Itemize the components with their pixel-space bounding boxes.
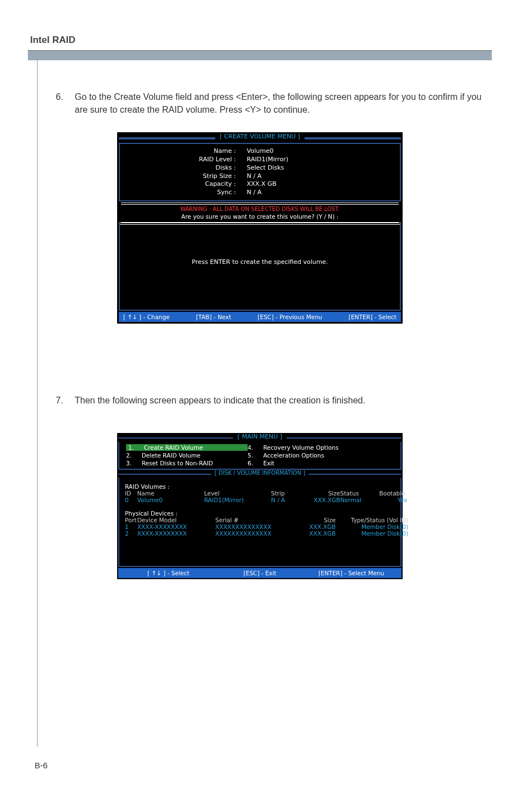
panel1-fields: Name : RAID Level : Disks : Strip Size :…: [119, 143, 401, 201]
main-menu-panel: [ MAIN MENU ] 1. Create RAID Volume 4. R…: [117, 433, 403, 579]
vol-header-row: ID Name Level Strip Size Status Bootable: [125, 490, 395, 497]
panel1-footer: [ ↑↓ ] - Change [TAB] - Next [ESC] - Pre…: [119, 312, 401, 322]
phys-row-1: 1 XXXX-XXXXXXXX XXXXXXXXXXXXXX XXX.XGB M…: [125, 523, 395, 530]
step-6: 6. Go to the Create Volume field and pre…: [56, 90, 491, 116]
menu-5-num[interactable]: 5.: [248, 452, 263, 459]
phys-hdr-model: Device Model: [137, 517, 215, 523]
page-title: Intel RAID: [30, 35, 75, 46]
phys-header-row: Port Device Model Serial # Size Type/Sta…: [125, 517, 395, 523]
menu-1-text[interactable]: Create RAID Volume: [142, 444, 248, 451]
create-volume-panel: [ CREATE VOLUME MENU ] Name : RAID Level…: [117, 132, 403, 324]
phys-1-port: 1: [125, 523, 137, 530]
vol-hdr-status: Status: [340, 490, 379, 497]
vol-data-row: 0 Volume0 RAID1(Mirror) N / A XXX.XGB No…: [125, 497, 395, 503]
step-6-text: Go to the Create Volume field and press …: [75, 90, 491, 116]
vol-hdr-id: ID: [125, 490, 137, 497]
vol-hdr-strip: Strip: [271, 490, 299, 497]
vol-hdr-size: Size: [299, 490, 340, 497]
phys-row-2: 2 XXXX-XXXXXXXX XXXXXXXXXXXXXX XXX.XGB M…: [125, 530, 395, 537]
footer2-select: [ ↑↓ ] - Select: [123, 570, 214, 576]
vol-boot: Yes: [379, 497, 407, 503]
panel1-warning-box: WARNING : ALL DATA ON SELECTED DISKS WIL…: [121, 203, 399, 223]
panel2-divtitle-label: [ DISK / VOLUME INFORMATION ]: [211, 470, 309, 476]
menu-2-text[interactable]: Delete RAID Volume: [142, 452, 248, 459]
lbl-name: Name :: [124, 147, 236, 156]
menu-4-text[interactable]: Recovery Volume Options: [263, 444, 394, 451]
phys-hdr-typestatus: Type/Status (Vol ID): [336, 517, 408, 523]
phys-hdr-serial: Serial #: [215, 517, 299, 523]
footer-tab: [TAB] - Next: [196, 314, 231, 320]
footer-change: [ ↑↓ ] - Change: [123, 314, 170, 320]
vol-size: XXX.XGB: [299, 497, 340, 503]
phys-hdr-size: Size: [299, 517, 336, 523]
footer-enter: [ENTER] - Select: [349, 314, 396, 320]
val-capacity: XXX.X GB: [247, 180, 383, 189]
panel2-menu: 1. Create RAID Volume 4. Recovery Volume…: [118, 442, 402, 470]
phys-1-model: XXXX-XXXXXXXX: [137, 523, 215, 530]
phys-2-model: XXXX-XXXXXXXX: [137, 530, 215, 537]
panel1-confirm: Are you sure you want to create this vol…: [121, 213, 399, 220]
phys-1-size: XXX.XGB: [299, 523, 336, 530]
left-margin-rule: [37, 60, 38, 747]
menu-6-num[interactable]: 6.: [248, 460, 263, 466]
panel2-titlebar: [ MAIN MENU ]: [117, 433, 403, 442]
vol-hdr-level: Level: [204, 490, 271, 497]
phys-2-port: 2: [125, 530, 137, 537]
phys-1-serial: XXXXXXXXXXXXXX: [215, 523, 299, 530]
val-strip: N / A: [247, 172, 383, 181]
panel1-enter-msg: Press ENTER to create the specified volu…: [120, 258, 400, 266]
val-disks: Select Disks: [247, 164, 383, 172]
vol-name: Volume0: [137, 497, 204, 503]
vol-hdr-boot: Bootable: [379, 490, 407, 497]
vol-id: 0: [125, 497, 137, 503]
menu-1-num[interactable]: 1.: [126, 444, 142, 451]
lbl-sync: Sync :: [124, 189, 236, 197]
val-raid: RAID1(Mirror): [247, 156, 383, 164]
lbl-disks: Disks :: [124, 164, 236, 172]
panel1-warning: WARNING : ALL DATA ON SELECTED DISKS WIL…: [121, 206, 399, 212]
step-7: 7. Then the following screen appears to …: [56, 394, 491, 407]
lbl-raid: RAID Level :: [124, 156, 236, 164]
menu-4-num[interactable]: 4.: [248, 444, 263, 451]
val-sync: N / A: [247, 189, 383, 197]
vol-section: RAID Volumes :: [125, 483, 395, 490]
menu-3-num[interactable]: 3.: [126, 460, 142, 466]
footer-esc: [ESC] - Previous Menu: [258, 314, 322, 320]
panel1-title: [ CREATE VOLUME MENU ]: [215, 133, 304, 140]
vol-status: Normal: [340, 497, 379, 503]
panel2-info: RAID Volumes : ID Name Level Strip Size …: [118, 478, 402, 567]
phys-1-ts: Member Disk(0): [336, 523, 408, 530]
val-name: Volume0: [247, 147, 383, 156]
step-7-number: 7.: [56, 394, 63, 407]
step-7-text: Then the following screen appears to ind…: [75, 394, 491, 407]
phys-section: Physical Devices :: [125, 510, 395, 517]
lbl-capacity: Capacity :: [124, 180, 236, 189]
menu-6-text[interactable]: Exit: [263, 460, 394, 466]
vol-hdr-name: Name: [137, 490, 204, 497]
phys-hdr-port: Port: [125, 517, 137, 523]
phys-2-ts: Member Disk(0): [336, 530, 408, 537]
phys-2-size: XXX.XGB: [299, 530, 336, 537]
panel1-titlebar: [ CREATE VOLUME MENU ]: [118, 133, 402, 142]
vol-level: RAID1(Mirror): [204, 497, 271, 503]
phys-2-serial: XXXXXXXXXXXXXX: [215, 530, 299, 537]
footer2-enter: [ENTER] - Select Menu: [306, 570, 397, 576]
lbl-strip: Strip Size :: [124, 172, 236, 181]
panel1-enter-box: Press ENTER to create the specified volu…: [119, 223, 401, 311]
panel2-footer: [ ↑↓ ] - Select [ESC] - Exit [ENTER] - S…: [118, 568, 402, 578]
vol-strip: N / A: [271, 497, 299, 503]
menu-3-text[interactable]: Reset Disks to Non-RAID: [142, 460, 248, 466]
menu-5-text[interactable]: Acceleration Options: [263, 452, 394, 459]
header-divider: [28, 50, 492, 60]
menu-2-num[interactable]: 2.: [126, 452, 142, 459]
page-number: B-6: [35, 761, 47, 770]
panel2-divtitle: [ DISK / VOLUME INFORMATION ]: [118, 470, 402, 478]
footer2-esc: [ESC] - Exit: [214, 570, 306, 576]
panel2-title: [ MAIN MENU ]: [233, 433, 287, 440]
step-6-number: 6.: [56, 90, 63, 103]
